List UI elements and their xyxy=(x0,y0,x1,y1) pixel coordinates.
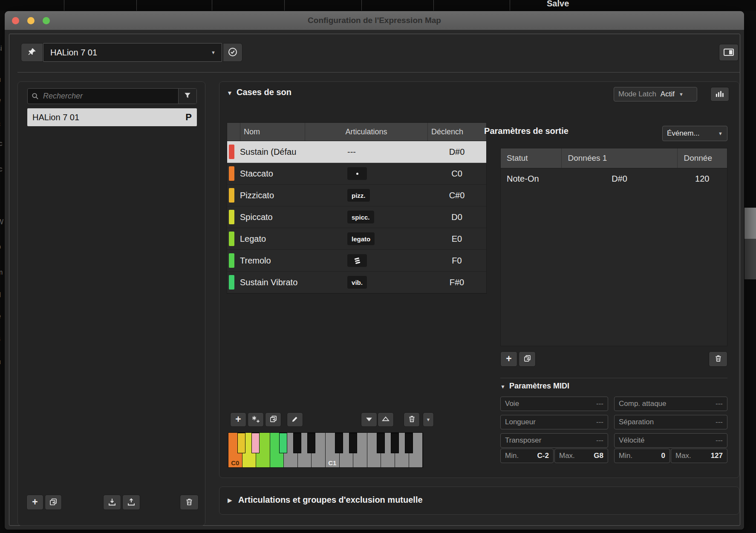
midi-field-length[interactable]: Longueur --- xyxy=(500,415,608,429)
edit-slot-button[interactable] xyxy=(287,412,303,427)
slot-articulation-cell: legato xyxy=(305,232,427,245)
move-slot-up-button[interactable] xyxy=(378,412,394,427)
field-label: Min. xyxy=(619,452,632,460)
midi-field-velocity-min[interactable]: Min. 0 xyxy=(614,449,670,463)
field-value: 127 xyxy=(711,452,723,460)
articulation-badge: legato xyxy=(347,232,375,245)
articulation-text: --- xyxy=(347,147,356,157)
piano-key-As1[interactable] xyxy=(405,433,413,453)
midi-field-note-min[interactable]: Min. C-2 xyxy=(500,449,554,463)
sound-slot-row[interactable]: Legato legato E0 xyxy=(227,228,486,250)
import-map-button[interactable] xyxy=(103,495,121,510)
sound-slot-row[interactable]: Spiccato spicc. D0 xyxy=(227,206,486,228)
sidebar-toggle-button[interactable] xyxy=(719,44,739,61)
add-slot-button[interactable]: + xyxy=(230,412,246,427)
tremolo-icon xyxy=(354,257,360,264)
event-type-dropdown[interactable]: Événem... ▼ xyxy=(662,126,727,141)
field-value: --- xyxy=(596,436,603,445)
collapse-triangle-icon[interactable]: ▼ xyxy=(500,384,505,389)
expand-triangle-icon[interactable]: ▶ xyxy=(228,497,232,503)
articulation-badge xyxy=(347,254,367,267)
piano-key-Fs0[interactable] xyxy=(279,433,287,453)
slot-articulation-cell xyxy=(305,167,427,180)
latch-mode-dropdown[interactable]: Mode Latch Actif ▼ xyxy=(614,87,697,101)
chevron-down-icon: ▼ xyxy=(679,92,684,97)
slot-name: Sustain (Défau xyxy=(240,147,305,157)
duplicate-event-button[interactable] xyxy=(519,351,536,367)
traffic-lights xyxy=(12,11,50,30)
slot-name: Pizzicato xyxy=(240,191,305,200)
edge-fragment: c xyxy=(0,120,0,128)
sound-slot-row[interactable]: Sustain Vibrato vib. F#0 xyxy=(227,272,486,293)
remote-keys-button[interactable] xyxy=(710,87,729,101)
sound-slot-row[interactable]: Staccato C0 xyxy=(227,163,486,185)
output-event-row[interactable]: Note-On D#0 120 xyxy=(501,168,727,189)
zoom-button[interactable] xyxy=(43,17,50,24)
piano-key-Ds0[interactable] xyxy=(251,433,260,453)
arrow-up-icon xyxy=(382,416,390,423)
duplicate-icon xyxy=(523,354,531,364)
midi-field-velocity-max[interactable]: Max. 127 xyxy=(671,449,727,463)
collapse-triangle-icon[interactable]: ▼ xyxy=(227,90,233,96)
map-name: HALion 7 01 xyxy=(32,113,185,122)
midi-field-attack[interactable]: Comp. attaque --- xyxy=(614,397,727,411)
piano-key-Gs0[interactable] xyxy=(293,433,301,453)
piano-key-Cs1[interactable] xyxy=(335,433,343,453)
generate-slots-button[interactable] xyxy=(248,412,264,427)
slot-color-chip xyxy=(229,145,234,159)
piano-key-Fs1[interactable] xyxy=(377,433,385,453)
map-selector[interactable]: HALion 7 01 ▼ xyxy=(43,43,222,62)
piano-key-Gs1[interactable] xyxy=(391,433,399,453)
add-event-button[interactable]: + xyxy=(500,351,517,367)
sound-slot-row[interactable]: Pizzicato pizz. C#0 xyxy=(227,185,486,206)
piano-key-Ds1[interactable] xyxy=(349,433,357,453)
pencil-icon xyxy=(291,415,299,424)
trigger-keyboard[interactable]: C0 C1 xyxy=(228,432,423,468)
confirm-button[interactable] xyxy=(223,43,242,62)
slot-trigger-note: D#0 xyxy=(427,147,486,157)
midi-field-velocity[interactable]: Vélocité --- xyxy=(614,433,727,448)
column-header-name: Nom xyxy=(240,123,305,141)
close-button[interactable] xyxy=(12,17,19,24)
slot-color-chip xyxy=(229,275,234,290)
map-list-item[interactable]: HALion 7 01 P xyxy=(27,108,197,126)
slot-color-chip xyxy=(229,210,234,224)
slot-trigger-note: C0 xyxy=(427,169,486,179)
slot-trigger-note: C#0 xyxy=(427,191,486,200)
maps-panel: HALion 7 01 P + xyxy=(17,81,205,526)
chevron-down-icon: ▼ xyxy=(718,131,723,136)
sound-slot-row[interactable]: Tremolo F0 xyxy=(227,250,486,272)
add-map-button[interactable]: + xyxy=(26,495,43,510)
map-selector-value: HALion 7 01 xyxy=(50,48,97,58)
delete-map-button[interactable] xyxy=(180,495,199,510)
search-box xyxy=(27,88,197,104)
arrow-down-icon xyxy=(365,416,373,423)
duplicate-map-button[interactable] xyxy=(45,495,62,510)
midi-field-separation[interactable]: Séparation --- xyxy=(614,415,727,429)
export-map-button[interactable] xyxy=(122,495,140,510)
strip-divider xyxy=(136,0,137,11)
articulation-badge: spicc. xyxy=(347,211,374,223)
delete-event-button[interactable] xyxy=(709,351,727,367)
articulations-section[interactable]: ▶ Articulations et groupes d'exclusion m… xyxy=(219,487,739,515)
import-icon xyxy=(108,498,116,507)
midi-field-transpose[interactable]: Transposer --- xyxy=(500,433,608,448)
duplicate-slot-button[interactable] xyxy=(265,412,281,427)
generate-icon xyxy=(251,415,260,425)
pin-button[interactable] xyxy=(21,43,43,62)
slot-menu-button[interactable]: ▼ xyxy=(423,412,434,427)
search-input[interactable] xyxy=(42,91,178,101)
slot-trigger-note: F0 xyxy=(427,256,486,266)
move-slot-down-button[interactable] xyxy=(361,412,377,427)
slot-trigger-note: E0 xyxy=(427,234,486,244)
delete-slot-button[interactable] xyxy=(404,412,420,427)
filter-button[interactable] xyxy=(179,89,196,104)
slot-articulation-cell: --- xyxy=(305,147,427,157)
minimize-button[interactable] xyxy=(27,17,35,24)
midi-field-note-max[interactable]: Max. G8 xyxy=(554,449,608,463)
piano-key-Cs0[interactable] xyxy=(237,433,245,453)
sound-slot-row[interactable]: Sustain (Défau --- D#0 xyxy=(227,141,486,163)
piano-key-As0[interactable] xyxy=(307,433,315,453)
background-strip-text: Salve xyxy=(547,0,569,9)
midi-field-voice[interactable]: Voie --- xyxy=(500,397,608,411)
